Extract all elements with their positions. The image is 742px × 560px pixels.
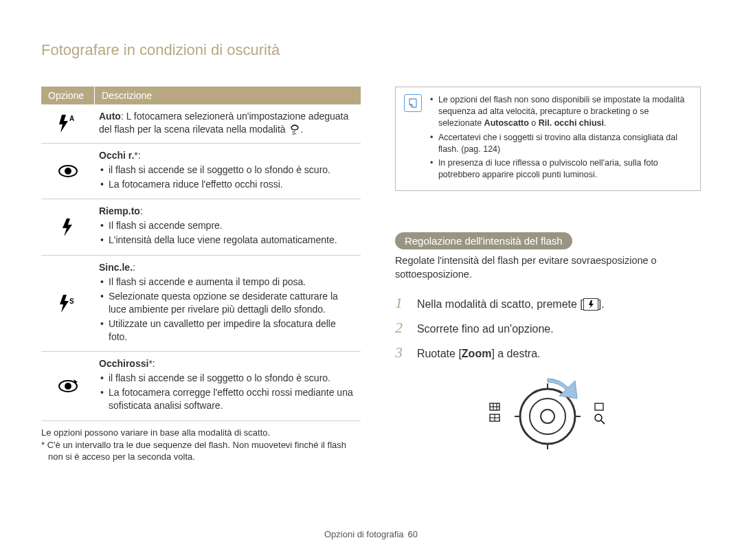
table-row: Riemp.to: Il flash si accende sempre. L'… (41, 199, 361, 256)
note-icon (404, 94, 422, 112)
note-item: Accertatevi che i soggetti si trovino al… (430, 132, 692, 155)
svg-point-22 (595, 414, 602, 421)
occhirossi-desc: Occhirossi*: il flash si accende se il s… (95, 352, 361, 421)
table-row: Occhirossi*: il flash si accende se il s… (41, 352, 361, 421)
sinc-desc: Sinc.le.: Il flash si accende e aumenta … (95, 256, 361, 351)
svg-point-6 (65, 383, 71, 390)
subsection-title: Regolazione dell'intensità del flash (395, 232, 572, 249)
note-box: Le opzioni del flash non sono disponibil… (395, 87, 701, 191)
note-item: In presenza di luce riflessa o pulviscol… (430, 157, 692, 181)
options-table-container: Opzione Descrizione A Auto: L fotocamera… (41, 87, 361, 463)
zoom-dial-illustration (395, 375, 701, 451)
svg-point-3 (65, 168, 71, 175)
table-row: A Auto: L fotocamera selezionerà un'impo… (41, 104, 361, 144)
svg-line-23 (601, 421, 605, 424)
table-row: Occhi r.*: il flash si accende se il sog… (41, 144, 361, 200)
page-footer: Opzioni di fotografia60 (0, 529, 742, 539)
redeye-icon (41, 144, 95, 199)
zoom-dial-icon (510, 375, 585, 451)
svg-text:A: A (69, 115, 74, 122)
step-2: 2 Scorrete fino ad un'opzione. (395, 319, 701, 337)
grid-zoom-left-icon (488, 399, 503, 427)
flash-slow-sync-icon: S (41, 256, 95, 351)
step-3: 3 Ruotate [Zoom] a destra. (395, 344, 701, 361)
flash-key-icon (583, 298, 598, 311)
smart-mode-icon: S (289, 124, 301, 135)
table-row: S Sinc.le.: Il flash si accende e aument… (41, 256, 361, 352)
single-zoom-right-icon (592, 399, 607, 427)
svg-rect-21 (595, 403, 603, 410)
auto-desc: Auto: L fotocamera selezionerà un'impost… (95, 104, 361, 143)
svg-text:S: S (69, 298, 74, 305)
section-intro: Regolate l'intensità del flash per evita… (395, 254, 701, 282)
svg-text:S: S (292, 130, 295, 135)
redeye-fix-icon (41, 352, 95, 421)
footnotes: Le opzioni possono variare in base alla … (41, 427, 361, 463)
riemp-desc: Riemp.to: Il flash si accende sempre. L'… (95, 199, 361, 255)
svg-point-16 (541, 410, 554, 423)
steps-list: 1 Nella modalità di scatto, premete [ ].… (395, 294, 701, 361)
flash-fill-icon (41, 199, 95, 255)
occhi-r-desc: Occhi r.*: il flash si accende se il sog… (95, 144, 361, 199)
note-item: Le opzioni del flash non sono disponibil… (430, 94, 692, 129)
flash-auto-icon: A (41, 104, 95, 143)
step-1: 1 Nella modalità di scatto, premete [ ]. (395, 294, 701, 312)
th-description: Descrizione (95, 87, 361, 104)
page-title: Fotografare in condizioni di oscurità (41, 41, 701, 59)
th-option: Opzione (41, 87, 95, 104)
svg-point-15 (530, 399, 565, 434)
